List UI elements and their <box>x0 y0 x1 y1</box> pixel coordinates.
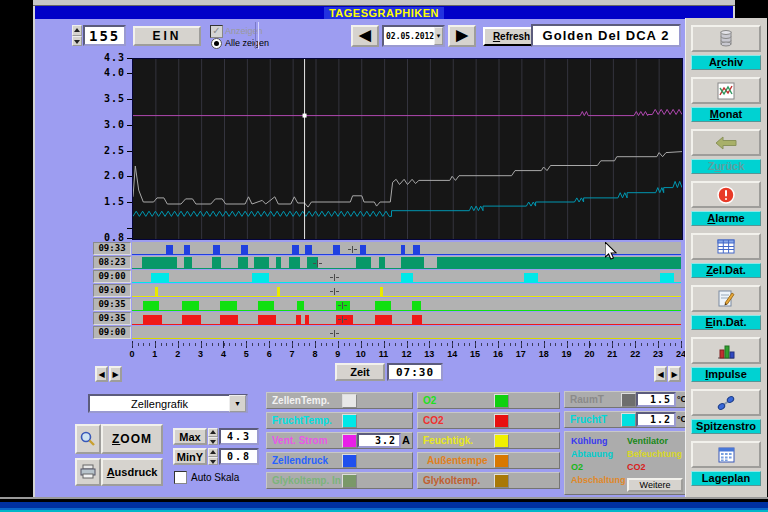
frucht-readout: FruchtT 1.2 °C <box>564 411 686 428</box>
back-arrow-icon <box>715 136 737 150</box>
y-tick <box>127 58 132 59</box>
y-tick <box>127 99 132 100</box>
sidebar-item-lageplan[interactable]: Lageplan <box>691 471 761 486</box>
date-combobox[interactable]: 02.05.2012 ▼ <box>382 25 445 47</box>
event-bar <box>375 315 392 324</box>
alarme-button[interactable] <box>691 181 761 208</box>
track-lane[interactable] <box>132 256 681 269</box>
color-swatch <box>494 454 509 468</box>
legend-label: Vent. Strom <box>272 435 328 446</box>
zoom-button[interactable]: ZOOM <box>101 424 163 454</box>
event-bar <box>305 315 310 324</box>
min-value-field[interactable]: 0.8 <box>219 448 259 465</box>
status-abtauung: Abtauung <box>571 449 613 459</box>
archiv-button[interactable] <box>691 25 761 52</box>
sidebar-item-monat[interactable]: Monat <box>691 107 761 122</box>
x-tick-label: 3 <box>192 349 210 359</box>
legend-item[interactable]: Feuchtigk. <box>417 432 560 449</box>
weitere-button[interactable]: Weitere <box>627 478 683 492</box>
chart-plot-area[interactable] <box>132 58 683 240</box>
sidebar-item-archiv[interactable]: Archiv <box>691 55 761 70</box>
spinner-down-icon[interactable] <box>208 437 218 446</box>
legend-item[interactable]: FruchtTemp. <box>266 412 413 429</box>
track-lane[interactable] <box>132 298 681 311</box>
zoom-icon-button[interactable] <box>75 424 101 454</box>
power-button[interactable]: EIN <box>133 26 201 46</box>
title-bar: TAGESGRAPHIKEN <box>35 6 733 19</box>
raumt-value: 1.5 <box>636 392 676 407</box>
track-time-label: 09:00 <box>93 270 131 283</box>
track-time-label: 09:33 <box>93 242 131 255</box>
track-lane[interactable] <box>132 326 681 339</box>
event-bar <box>289 257 300 268</box>
spinner-up-icon[interactable] <box>208 448 218 457</box>
zeldat-button[interactable] <box>691 233 761 260</box>
y-tick-label: 2.0 <box>85 170 125 181</box>
track-time-mark <box>348 246 357 253</box>
alle-zeigen-radio[interactable] <box>211 38 222 49</box>
sidebar-item-zurueck[interactable]: Zurück <box>691 159 761 174</box>
chevron-down-icon[interactable]: ▼ <box>229 395 246 412</box>
x-tick-label: 23 <box>649 349 667 359</box>
track-lane[interactable] <box>132 312 681 325</box>
scroll-right-button[interactable]: ▶ <box>109 366 122 382</box>
sidebar-item-eindat[interactable]: Ein.Dat. <box>691 315 761 330</box>
legend-item[interactable]: ZellenTemp. <box>266 392 413 409</box>
event-bar <box>252 273 269 282</box>
print-icon-button[interactable] <box>75 458 101 486</box>
x-tick-label: 7 <box>283 349 301 359</box>
next-day-button[interactable]: ▶ <box>448 25 476 47</box>
scroll-left-button[interactable]: ◀ <box>95 366 108 382</box>
cell-number-spinner[interactable] <box>72 25 82 46</box>
spinner-down-icon[interactable] <box>208 457 218 466</box>
x-tick-label: 21 <box>603 349 621 359</box>
legend-item[interactable]: Vent. Strom 3.2 A <box>266 432 413 449</box>
sidebar-item-spitzenstrom[interactable]: Spitzenstro <box>691 419 761 434</box>
event-bar <box>333 245 340 254</box>
event-bar <box>305 245 312 254</box>
spinner-up-icon[interactable] <box>208 428 218 437</box>
auto-scale-checkbox[interactable] <box>174 471 187 484</box>
print-button[interactable]: Ausdruck <box>101 458 163 486</box>
legend-item[interactable]: CO2 <box>417 412 560 429</box>
max-spinner[interactable] <box>208 428 218 445</box>
cell-number-field[interactable]: 155 <box>83 25 126 46</box>
x-tick-label: 0 <box>123 349 141 359</box>
scroll-left-button-2[interactable]: ◀ <box>654 366 667 382</box>
legend-item[interactable]: Außentempe <box>417 452 560 469</box>
zeit-value-field[interactable]: 07:30 <box>387 363 443 381</box>
event-bar <box>184 257 192 268</box>
legend-item[interactable]: Zellendruck <box>266 452 413 469</box>
x-tick-label: 11 <box>375 349 393 359</box>
event-bar <box>401 245 406 254</box>
max-value-field[interactable]: 4.3 <box>219 428 259 445</box>
screen: TAGESGRAPHIKEN 155 EIN ✓ Anzeigen Alle z… <box>0 0 768 512</box>
track-lane[interactable] <box>132 270 681 283</box>
legend-label: ZellenTemp. <box>272 395 330 406</box>
sidebar-item-zeldat[interactable]: Zel.Dat. <box>691 263 761 278</box>
impulse-button[interactable] <box>691 337 761 364</box>
monat-button[interactable] <box>691 77 761 104</box>
scroll-right-button-2[interactable]: ▶ <box>668 366 681 382</box>
legend-item[interactable]: Glykoltemp. <box>417 472 560 489</box>
track-lane[interactable] <box>132 242 681 255</box>
legend-label: Glykoltemp. <box>423 475 480 486</box>
event-bar <box>184 245 191 254</box>
chevron-down-icon[interactable]: ▼ <box>434 27 443 45</box>
spinner-down-icon[interactable] <box>72 36 82 47</box>
spitzenstrom-button[interactable] <box>691 389 761 416</box>
sidebar-item-impulse[interactable]: Impulse <box>691 367 761 382</box>
sidebar-item-alarme[interactable]: Alarme <box>691 211 761 226</box>
zurueck-button[interactable] <box>691 129 761 156</box>
track-lane[interactable] <box>132 284 681 297</box>
event-bar <box>212 257 221 268</box>
spinner-up-icon[interactable] <box>72 25 82 36</box>
eindat-button[interactable] <box>691 285 761 312</box>
graph-select-dropdown[interactable]: Zellengrafik ▼ <box>88 394 248 413</box>
lageplan-button[interactable] <box>691 441 761 468</box>
anzeigen-checkbox[interactable]: ✓ <box>210 25 223 38</box>
previous-day-button[interactable]: ◀ <box>351 25 379 47</box>
min-spinner[interactable] <box>208 448 218 465</box>
legend-item[interactable]: O2 <box>417 392 560 409</box>
legend-item[interactable]: Glykoltemp. In <box>266 472 413 489</box>
